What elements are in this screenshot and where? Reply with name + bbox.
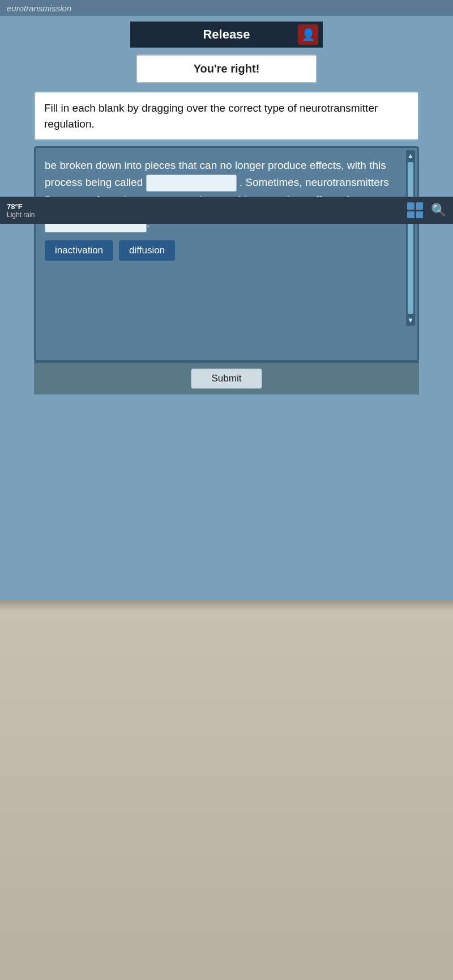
scroll-down-arrow[interactable]: ▼ <box>407 316 414 324</box>
windows-icon[interactable] <box>407 202 423 218</box>
weather-temperature: 78°F <box>7 202 35 211</box>
avatar-icon <box>298 24 318 45</box>
blank-1[interactable] <box>146 175 237 192</box>
taskbar-right: 🔍 <box>407 202 446 218</box>
release-header: Release <box>130 22 323 48</box>
screen: eurotransmission Release You're right! F… <box>0 0 453 601</box>
diffusion-button[interactable]: diffusion <box>119 240 175 261</box>
top-bar: eurotransmission <box>0 0 453 16</box>
inactivation-button[interactable]: inactivation <box>45 240 113 261</box>
submit-button[interactable]: Submit <box>191 368 263 389</box>
win-tile-1 <box>407 202 414 210</box>
weather-description: Light rain <box>7 211 35 219</box>
win-tile-4 <box>416 211 424 219</box>
taskbar: 78°F Light rain 🔍 <box>0 197 453 224</box>
instructions-text: Fill in each blank by dragging over the … <box>44 102 378 130</box>
drag-buttons-container: inactivation diffusion <box>45 240 408 261</box>
exercise-box: ▲ ▼ be broken down into pieces that can … <box>34 146 419 362</box>
scroll-up-arrow[interactable]: ▲ <box>407 152 414 160</box>
feedback-message: You're right! <box>194 62 260 75</box>
release-label: Release <box>203 27 250 42</box>
content-area: Release You're right! Fill in each blank… <box>0 16 453 601</box>
scrollbar-thumb[interactable] <box>408 162 413 314</box>
instructions-box: Fill in each blank by dragging over the … <box>34 91 419 141</box>
page-title: eurotransmission <box>7 3 71 13</box>
submit-area: Submit <box>34 362 419 394</box>
win-tile-3 <box>407 211 414 219</box>
feedback-box: You're right! <box>136 54 317 83</box>
scrollbar[interactable]: ▲ ▼ <box>406 150 415 326</box>
win-tile-2 <box>416 202 424 210</box>
laptop-hinge <box>0 601 453 611</box>
weather-widget: 78°F Light rain <box>7 202 35 219</box>
laptop-body <box>0 601 453 980</box>
search-icon[interactable]: 🔍 <box>431 203 446 218</box>
